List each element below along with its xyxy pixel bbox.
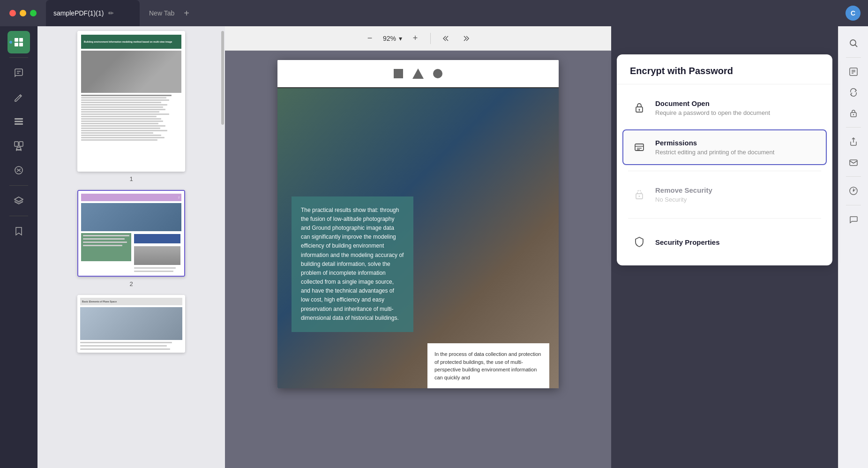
- permissions-desc: Restrict editing and printing of the doc…: [655, 149, 774, 156]
- share-icon[interactable]: [844, 132, 863, 151]
- pdf-page-header: [277, 60, 559, 88]
- left-sidebar: [0, 26, 37, 468]
- pdf-body-paragraph: In the process of data collection and pr…: [434, 350, 542, 381]
- encrypt-item-remove-security: Remove Security No Security: [622, 177, 827, 212]
- sidebar-item-edit[interactable]: [7, 86, 30, 108]
- right-divider-4: [846, 205, 861, 205]
- right-divider-1: [846, 57, 861, 58]
- encrypt-items-list: Document Open Require a password to open…: [617, 84, 832, 265]
- right-divider-2: [846, 127, 861, 128]
- encrypt-item-permissions[interactable]: Permissions Restrict editing and printin…: [622, 129, 827, 165]
- pdf-toolbar: − 92% ▾ +: [225, 26, 611, 51]
- document-open-title: Document Open: [655, 99, 770, 107]
- shape-circle: [433, 69, 442, 78]
- svg-line-27: [855, 45, 857, 47]
- permissions-icon: [631, 139, 648, 156]
- pdf-page-image: The practical results show that: through…: [277, 88, 559, 388]
- new-tab-button[interactable]: +: [179, 8, 194, 19]
- remove-security-icon: [631, 186, 648, 203]
- shape-triangle: [412, 68, 424, 79]
- right-sidebar: [838, 26, 868, 468]
- sidebar-item-organize[interactable]: [7, 110, 30, 133]
- titlebar: samplePDF(1)(1) ✏ New Tab + C: [0, 0, 868, 26]
- zoom-display: 92% ▾: [383, 35, 402, 42]
- permissions-title: Permissions: [655, 139, 774, 147]
- security-properties-icon: [631, 234, 648, 250]
- zoom-value: 92%: [383, 35, 396, 42]
- edit-icon[interactable]: ✏: [108, 9, 114, 17]
- thumb-frame-2: 2: [77, 190, 185, 277]
- thumb-label-1: 1: [129, 175, 133, 182]
- svg-rect-9: [15, 142, 18, 146]
- save-icon[interactable]: [844, 181, 863, 200]
- sidebar-divider-3: [9, 216, 28, 216]
- sidebar-item-merge[interactable]: [7, 135, 30, 157]
- encrypt-item-document-open[interactable]: Document Open Require a password to open…: [622, 90, 827, 126]
- document-open-icon: [631, 99, 648, 116]
- svg-rect-10: [19, 142, 23, 146]
- security-properties-text: Security Properties: [655, 238, 720, 246]
- security-properties-title: Security Properties: [655, 238, 720, 246]
- sidebar-item-bookmark[interactable]: [7, 220, 30, 242]
- right-divider-3: [846, 176, 861, 177]
- pdf-page: The practical results show that: through…: [277, 60, 559, 388]
- svg-rect-35: [850, 160, 857, 166]
- remove-security-title: Remove Security: [655, 186, 712, 194]
- scrollbar[interactable]: [221, 31, 224, 125]
- svg-rect-0: [15, 38, 18, 42]
- document-open-text: Document Open Require a password to open…: [655, 99, 770, 116]
- maximize-button[interactable]: [30, 10, 37, 16]
- ocr-icon[interactable]: [844, 62, 863, 81]
- pdf-body-text-block: In the process of data collection and pr…: [427, 343, 549, 388]
- comment-icon[interactable]: [844, 210, 863, 229]
- sidebar-item-thumbnails[interactable]: [7, 31, 30, 53]
- tab-inactive[interactable]: New Tab +: [140, 0, 203, 26]
- close-button[interactable]: [9, 10, 16, 16]
- pdf-content: − 92% ▾ +: [225, 26, 611, 468]
- main-area: Building environment Information modelin…: [0, 26, 868, 468]
- sidebar-item-compare[interactable]: [7, 159, 30, 181]
- pdf-page-area: The practical results show that: through…: [225, 51, 611, 468]
- encrypt-item-security-properties[interactable]: Security Properties: [622, 224, 827, 260]
- tab-inactive-label: New Tab: [149, 9, 174, 17]
- avatar[interactable]: C: [846, 6, 861, 21]
- sidebar-item-annotate[interactable]: [7, 61, 30, 84]
- sidebar-divider-2: [9, 185, 28, 186]
- sidebar-divider-1: [9, 57, 28, 58]
- mail-icon[interactable]: [844, 153, 863, 172]
- prev-page-button[interactable]: [438, 31, 453, 46]
- zoom-out-button[interactable]: −: [362, 31, 377, 46]
- lock-icon[interactable]: [844, 104, 863, 122]
- thumb-frame-3: Basic Elements of Plane Space: [77, 295, 185, 353]
- traffic-lights: [0, 10, 37, 16]
- encrypt-header: Encrypt with Password: [617, 54, 832, 84]
- minimize-button[interactable]: [20, 10, 26, 16]
- pdf-overlay-paragraph: The practical results show that: through…: [301, 206, 404, 323]
- svg-rect-8: [15, 123, 23, 125]
- svg-point-18: [639, 109, 640, 110]
- thumbnail-page-3[interactable]: Basic Elements of Plane Space: [42, 295, 220, 353]
- svg-point-25: [639, 196, 640, 197]
- tab-active-label: samplePDF(1)(1): [53, 9, 104, 17]
- rotate-icon[interactable]: [844, 83, 863, 102]
- thumbnail-panel: Building environment Information modelin…: [37, 26, 225, 468]
- svg-rect-3: [19, 43, 23, 46]
- svg-rect-2: [15, 43, 18, 46]
- permissions-text: Permissions Restrict editing and printin…: [655, 139, 774, 156]
- thumbnail-page-1[interactable]: Building environment Information modelin…: [42, 31, 220, 182]
- thumb-label-2: 2: [129, 280, 133, 287]
- zoom-in-button[interactable]: +: [408, 31, 423, 46]
- search-icon[interactable]: [844, 34, 863, 53]
- next-page-button[interactable]: [459, 31, 474, 46]
- sidebar-item-layers[interactable]: [7, 189, 30, 212]
- tab-active[interactable]: samplePDF(1)(1) ✏: [46, 0, 140, 26]
- svg-point-26: [850, 40, 856, 45]
- encrypt-panel-title: Encrypt with Password: [630, 66, 819, 76]
- thumbnail-page-2[interactable]: 2: [42, 190, 220, 287]
- shape-square: [394, 69, 403, 78]
- zoom-dropdown-icon[interactable]: ▾: [399, 35, 402, 42]
- svg-rect-7: [15, 121, 23, 122]
- encrypt-divider-2: [628, 218, 821, 219]
- pdf-overlay-text-block: The practical results show that: through…: [292, 196, 413, 332]
- remove-security-desc: No Security: [655, 196, 712, 203]
